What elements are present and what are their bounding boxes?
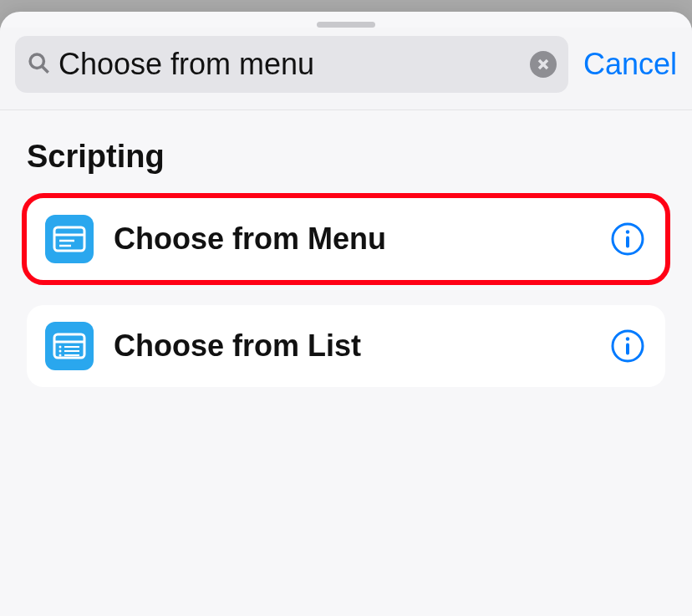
action-label: Choose from Menu xyxy=(114,221,608,257)
svg-rect-4 xyxy=(54,227,84,251)
list-card-icon xyxy=(45,322,94,370)
menu-card-icon xyxy=(45,215,94,263)
info-button[interactable] xyxy=(608,220,647,258)
svg-rect-10 xyxy=(626,237,629,248)
action-choose-from-menu[interactable]: Choose from Menu xyxy=(27,198,665,280)
search-field-wrap[interactable] xyxy=(15,36,568,93)
action-label: Choose from List xyxy=(114,328,608,364)
clear-search-button[interactable] xyxy=(530,51,557,78)
svg-point-17 xyxy=(59,354,62,357)
search-topbar: Cancel xyxy=(0,28,692,110)
search-icon xyxy=(27,51,50,78)
svg-rect-21 xyxy=(626,344,629,355)
svg-point-15 xyxy=(59,350,62,353)
results-content: Scripting Choose from Menu xyxy=(0,110,692,415)
sheet-grabber[interactable] xyxy=(317,22,375,28)
section-title-scripting: Scripting xyxy=(27,139,665,175)
action-choose-from-list[interactable]: Choose from List xyxy=(27,305,665,387)
svg-point-13 xyxy=(59,346,62,349)
svg-point-0 xyxy=(30,54,43,68)
svg-point-20 xyxy=(626,337,629,340)
action-search-sheet: Cancel Scripting Choose from Menu xyxy=(0,12,692,616)
svg-point-9 xyxy=(626,230,629,233)
search-input[interactable] xyxy=(59,47,522,82)
svg-line-1 xyxy=(43,67,48,73)
info-button[interactable] xyxy=(608,327,647,365)
results-list: Choose from Menu xyxy=(27,198,665,387)
cancel-button[interactable]: Cancel xyxy=(583,47,677,82)
